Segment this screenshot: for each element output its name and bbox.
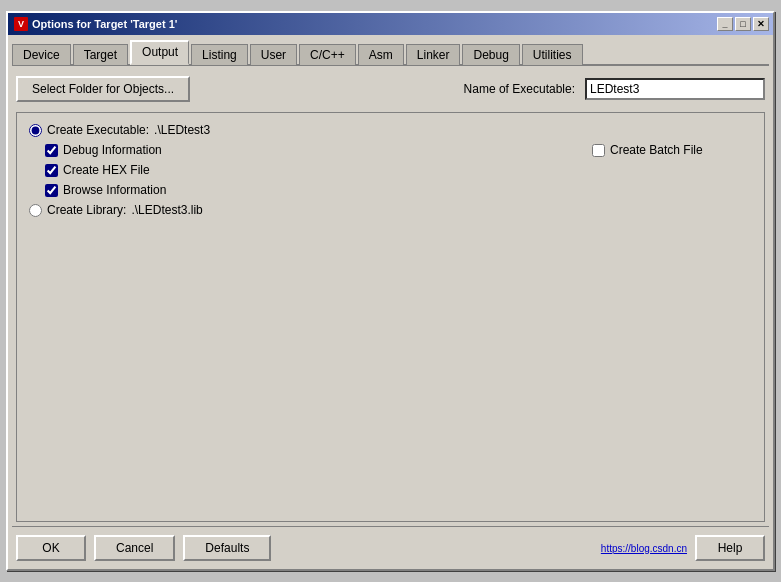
create-executable-radio[interactable]: [29, 124, 42, 137]
tab-output[interactable]: Output: [130, 40, 189, 65]
maximize-button[interactable]: □: [735, 17, 751, 31]
create-library-value: .\LEDtest3.lib: [131, 203, 202, 217]
title-buttons: _ □ ✕: [717, 17, 769, 31]
window-title: Options for Target 'Target 1': [32, 18, 177, 30]
url-link[interactable]: https://blog.csdn.cn: [601, 543, 687, 554]
debug-information-checkbox[interactable]: [45, 144, 58, 157]
help-button[interactable]: Help: [695, 535, 765, 561]
exe-name-input[interactable]: [585, 78, 765, 100]
minimize-button[interactable]: _: [717, 17, 733, 31]
create-hex-row: Create HEX File: [45, 163, 582, 177]
create-batch-file-label: Create Batch File: [610, 143, 703, 157]
browse-information-row: Browse Information: [45, 183, 582, 197]
cancel-button[interactable]: Cancel: [94, 535, 175, 561]
app-icon: V: [14, 17, 28, 31]
create-executable-value: .\LEDtest3: [154, 123, 210, 137]
left-options: Create Executable: .\LEDtest3 Debug Info…: [29, 123, 582, 217]
tab-bar: Device Target Output Listing User C/C++ …: [12, 39, 769, 66]
create-library-radio[interactable]: [29, 204, 42, 217]
bottom-row: OK Cancel Defaults https://blog.csdn.cn …: [12, 526, 769, 565]
create-executable-label: Create Executable:: [47, 123, 149, 137]
output-panel: Select Folder for Objects... Name of Exe…: [12, 72, 769, 526]
create-library-row: Create Library: .\LEDtest3.lib: [29, 203, 582, 217]
create-library-label: Create Library:: [47, 203, 126, 217]
main-window: V Options for Target 'Target 1' _ □ ✕ De…: [6, 11, 775, 571]
ok-button[interactable]: OK: [16, 535, 86, 561]
top-row: Select Folder for Objects... Name of Exe…: [16, 76, 765, 102]
tab-user[interactable]: User: [250, 44, 297, 65]
title-bar: V Options for Target 'Target 1' _ □ ✕: [8, 13, 773, 35]
group-box-inner: Create Executable: .\LEDtest3 Debug Info…: [29, 123, 752, 217]
tab-target[interactable]: Target: [73, 44, 128, 65]
create-batch-row: Create Batch File: [592, 143, 703, 157]
close-button[interactable]: ✕: [753, 17, 769, 31]
defaults-button[interactable]: Defaults: [183, 535, 271, 561]
window-content: Device Target Output Listing User C/C++ …: [8, 35, 773, 569]
tab-linker[interactable]: Linker: [406, 44, 461, 65]
tab-device[interactable]: Device: [12, 44, 71, 65]
create-executable-row: Create Executable: .\LEDtest3: [29, 123, 582, 137]
options-group: Create Executable: .\LEDtest3 Debug Info…: [16, 112, 765, 522]
browse-information-label: Browse Information: [63, 183, 166, 197]
create-hex-checkbox[interactable]: [45, 164, 58, 177]
tab-asm[interactable]: Asm: [358, 44, 404, 65]
tab-listing[interactable]: Listing: [191, 44, 248, 65]
tab-utilities[interactable]: Utilities: [522, 44, 583, 65]
exe-label: Name of Executable:: [464, 82, 575, 96]
tab-cpp[interactable]: C/C++: [299, 44, 356, 65]
debug-information-row: Debug Information: [45, 143, 582, 157]
browse-information-checkbox[interactable]: [45, 184, 58, 197]
debug-information-label: Debug Information: [63, 143, 162, 157]
select-folder-button[interactable]: Select Folder for Objects...: [16, 76, 190, 102]
create-batch-file-checkbox[interactable]: [592, 144, 605, 157]
tab-debug[interactable]: Debug: [462, 44, 519, 65]
create-hex-label: Create HEX File: [63, 163, 150, 177]
right-options: Create Batch File: [592, 123, 752, 217]
